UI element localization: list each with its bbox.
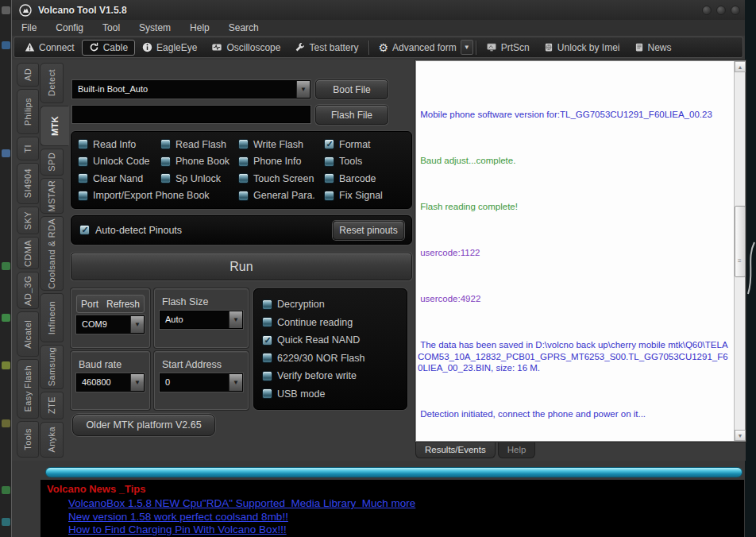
- desktop-icon[interactable]: [2, 6, 10, 14]
- flash-file-input[interactable]: [72, 106, 310, 123]
- tab-results-events[interactable]: Results/Events: [415, 442, 496, 458]
- operation-checkbox-item[interactable]: Unlock Code: [78, 156, 160, 167]
- option-checkbox-item[interactable]: USB mode: [262, 388, 399, 400]
- maximize-button[interactable]: [716, 6, 726, 15]
- sidebar-tab[interactable]: SKY: [17, 207, 39, 234]
- operation-checkbox-item[interactable]: Phone Book: [160, 156, 238, 167]
- desktop-icon[interactable]: [2, 41, 10, 49]
- sidebar-tab[interactable]: SI4904: [17, 163, 39, 204]
- desktop-icon[interactable]: [2, 314, 10, 322]
- sidebar-tab[interactable]: ZTE: [40, 392, 64, 419]
- checkbox[interactable]: [262, 371, 272, 381]
- option-checkbox-item[interactable]: Quick Read NAND: [262, 334, 399, 346]
- operation-checkbox-item[interactable]: Barcode: [324, 173, 405, 184]
- checkbox[interactable]: [262, 299, 272, 310]
- checkbox[interactable]: [78, 156, 88, 167]
- checkbox[interactable]: [78, 173, 88, 184]
- log-output[interactable]: Mobile phone software version for:TL_GG7…: [418, 63, 732, 439]
- news-link[interactable]: How to Find Charging Pin With Volcano Bo…: [68, 523, 744, 537]
- checkbox[interactable]: [262, 317, 272, 327]
- operation-checkbox-item[interactable]: Phone Info: [238, 156, 324, 167]
- flash-size-select[interactable]: Auto ▼: [160, 311, 243, 329]
- sidebar-tab[interactable]: Detect: [40, 63, 64, 103]
- checkbox[interactable]: [324, 156, 334, 167]
- option-checkbox-item[interactable]: Verify before write: [262, 370, 399, 381]
- chevron-down-icon[interactable]: ▼: [229, 374, 242, 391]
- checkbox[interactable]: [238, 191, 249, 201]
- sidebar-tab[interactable]: MSTAR: [40, 178, 64, 214]
- desktop-icon[interactable]: [2, 262, 10, 270]
- sidebar-tab[interactable]: MTK: [40, 106, 69, 146]
- scroll-up-icon[interactable]: ▲: [735, 61, 746, 72]
- older-mtk-platform-button[interactable]: Older MTK platform V2.65: [72, 414, 215, 436]
- menu-file[interactable]: File: [21, 22, 37, 33]
- news-link[interactable]: New version 1.58 work perfect coolsand 8…: [68, 511, 744, 524]
- reset-pinouts-button[interactable]: Reset pinouts: [333, 221, 404, 240]
- checkbox[interactable]: [238, 139, 249, 149]
- tab-help[interactable]: Help: [498, 442, 536, 458]
- start-address-select[interactable]: 0 ▼: [160, 373, 243, 392]
- sidebar-tab[interactable]: AD: [17, 63, 39, 87]
- menu-help[interactable]: Help: [190, 22, 210, 33]
- sidebar-tab[interactable]: Coolsand & RDA: [40, 216, 64, 291]
- checkbox[interactable]: [160, 139, 171, 149]
- sidebar-tab[interactable]: Philips: [17, 89, 39, 135]
- refresh-button[interactable]: Refresh: [106, 299, 140, 310]
- menu-tool[interactable]: Tool: [102, 22, 120, 33]
- news-link[interactable]: VolcanoBox 1.5.8 NEW Cpu"RDA" Supported …: [68, 497, 744, 511]
- oscilloscope-button[interactable]: Oscilloscope: [204, 40, 287, 56]
- scrollbar-thumb[interactable]: [735, 206, 746, 278]
- operation-checkbox-item[interactable]: Write Flash: [238, 139, 324, 150]
- sidebar-tab[interactable]: SPD: [40, 149, 64, 176]
- menu-system[interactable]: System: [139, 22, 171, 33]
- sidebar-tab[interactable]: AD_3G: [17, 272, 39, 308]
- menu-search[interactable]: Search: [229, 22, 259, 33]
- sidebar-tab[interactable]: Tools: [17, 421, 39, 458]
- cable-button[interactable]: Cable: [82, 40, 135, 56]
- scroll-down-icon[interactable]: ▼: [735, 430, 746, 441]
- boot-select[interactable]: Built-in Boot_Auto ▼: [72, 80, 310, 99]
- checkbox[interactable]: [262, 335, 272, 346]
- sidebar-tab[interactable]: TI: [17, 137, 39, 160]
- chevron-down-icon[interactable]: ▼: [130, 316, 144, 333]
- checkbox[interactable]: [324, 139, 334, 149]
- checkbox[interactable]: [78, 191, 88, 201]
- operation-checkbox-item[interactable]: General Para.: [238, 190, 324, 201]
- checkbox[interactable]: [160, 173, 171, 184]
- sidebar-tab[interactable]: Alcatel: [17, 311, 39, 357]
- chevron-down-icon[interactable]: ▼: [229, 311, 242, 328]
- test-battery-button[interactable]: Test battery: [287, 40, 365, 56]
- port-select[interactable]: COM9 ▼: [76, 315, 145, 334]
- desktop-icon[interactable]: [2, 518, 10, 526]
- operation-checkbox-item[interactable]: Format: [324, 139, 405, 150]
- checkbox[interactable]: [262, 353, 272, 363]
- chevron-down-icon[interactable]: ▼: [130, 374, 144, 391]
- unlock-by-imei-button[interactable]: Unlock by Imei: [537, 40, 627, 56]
- checkbox[interactable]: [324, 191, 334, 201]
- operation-checkbox-item[interactable]: Read Flash: [160, 139, 238, 150]
- operation-checkbox-item[interactable]: Sp Unlock: [160, 173, 238, 184]
- minimize-button[interactable]: [702, 6, 712, 15]
- prtscn-button[interactable]: PrtScn: [479, 40, 537, 56]
- desktop-icon[interactable]: [2, 149, 10, 157]
- operation-checkbox-item[interactable]: Touch Screen: [238, 173, 324, 184]
- checkbox[interactable]: [262, 388, 272, 399]
- baud-rate-select[interactable]: 460800 ▼: [76, 373, 145, 392]
- flash-file-button[interactable]: Flash File: [315, 105, 388, 125]
- option-checkbox-item[interactable]: Decryption: [262, 299, 399, 310]
- checkbox[interactable]: [160, 156, 171, 167]
- news-button[interactable]: News: [627, 40, 679, 56]
- checkbox[interactable]: [238, 156, 249, 167]
- sidebar-tab[interactable]: Easy Flash: [17, 359, 39, 418]
- connect-button[interactable]: Connect: [17, 40, 82, 56]
- advanced-form-dropdown-arrow[interactable]: ▼: [461, 40, 473, 55]
- log-scrollbar[interactable]: ▲ ▼: [734, 61, 745, 441]
- boot-file-button[interactable]: Boot File: [315, 79, 388, 99]
- advanced-form-button[interactable]: ⚙ Advanced form: [372, 40, 464, 56]
- operation-checkbox-item[interactable]: Import/Export Phone Book: [78, 190, 238, 201]
- chevron-down-icon[interactable]: ▼: [296, 81, 310, 98]
- sidebar-tab[interactable]: Anyka: [40, 422, 64, 458]
- operation-checkbox-item[interactable]: Tools: [324, 156, 405, 167]
- operation-checkbox-item[interactable]: Fix Signal: [324, 190, 405, 201]
- option-checkbox-item[interactable]: Continue reading: [262, 317, 399, 328]
